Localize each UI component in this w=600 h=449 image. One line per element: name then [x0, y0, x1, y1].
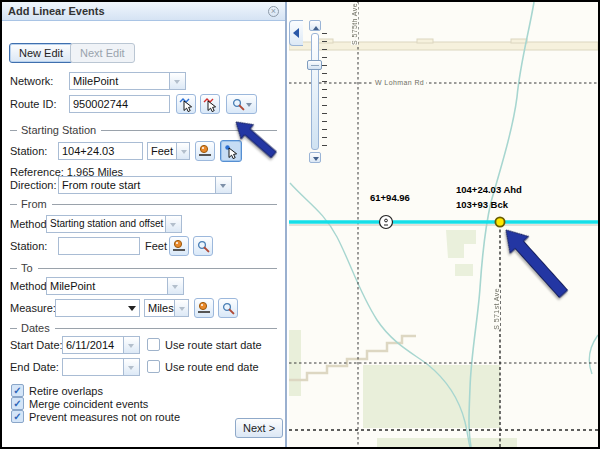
road-label-w-lohman: W Lohman Rd: [373, 79, 426, 86]
road-label-s-575th: S 575th Ave: [351, 3, 358, 45]
measure-hatch-button[interactable]: [194, 298, 214, 318]
to-section: To: [10, 262, 277, 274]
zoom-in-button[interactable]: [309, 20, 321, 31]
measure-caret-icon[interactable]: [128, 306, 136, 315]
zoom-slider: [307, 20, 333, 166]
route-deselect-icon: [203, 97, 218, 112]
use-route-end-date-checkbox[interactable]: ✓: [147, 360, 160, 373]
station-units-caret-icon[interactable]: [176, 142, 190, 160]
clear-route-selection-button[interactable]: [200, 94, 220, 114]
from-station-hatch-button[interactable]: [169, 236, 189, 256]
app-window: Add Linear Events × New Edit Next Edit N…: [0, 0, 600, 449]
map-graphics: [289, 2, 598, 447]
station-select-icon: [224, 144, 239, 159]
highway-road: [289, 42, 598, 50]
add-linear-events-panel: Add Linear Events × New Edit Next Edit N…: [2, 2, 287, 447]
station-units-select[interactable]: Feet: [147, 142, 176, 160]
network-label: Network:: [10, 72, 53, 90]
from-station-label: Station:: [10, 237, 47, 255]
station-gauge-icon: [172, 239, 186, 253]
from-method-label: Method:: [10, 215, 50, 233]
route-id-input[interactable]: 950002744: [69, 95, 170, 113]
river: [589, 335, 598, 374]
route-id-label: Route ID:: [10, 95, 56, 113]
zoom-slider-track[interactable]: [311, 33, 319, 150]
station-gauge-icon: [197, 301, 211, 315]
dates-section: Dates: [10, 322, 277, 334]
search-icon: [197, 240, 210, 253]
zoom-out-button[interactable]: [309, 152, 321, 163]
station-hatch-button[interactable]: [195, 141, 215, 161]
search-icon: [222, 302, 235, 315]
use-route-start-date-label: Use route start date: [165, 336, 262, 354]
station-label: Station:: [10, 142, 47, 160]
field-polygon: [363, 365, 500, 428]
selected-station-point[interactable]: [495, 217, 504, 226]
start-date-caret-icon[interactable]: [124, 336, 140, 354]
measure-units-caret-icon[interactable]: [175, 299, 189, 317]
end-date-input[interactable]: [62, 358, 124, 376]
select-route-on-map-button[interactable]: [176, 94, 196, 114]
chevron-down-icon: [246, 103, 252, 110]
end-date-caret-icon[interactable]: [124, 358, 140, 376]
prevent-measures-label: Prevent measures not on route: [29, 408, 180, 426]
start-date-input[interactable]: 6/11/2014: [62, 336, 124, 354]
merge-coincident-events-checkbox[interactable]: ✓: [11, 397, 24, 410]
network-caret-icon[interactable]: [170, 72, 186, 90]
next-edit-button[interactable]: Next Edit: [70, 43, 135, 63]
direction-label: Direction:: [10, 176, 56, 194]
direction-select[interactable]: From route start: [58, 176, 216, 194]
starting-station-section: Starting Station: [10, 124, 277, 136]
station-ahead-label: 104+24.03 Ahd: [456, 184, 522, 195]
measure-search-button[interactable]: [218, 298, 238, 318]
use-route-end-date-label: Use route end date: [165, 358, 259, 376]
select-station-on-map-button[interactable]: [220, 140, 242, 162]
prevent-measures-checkbox[interactable]: ✓: [11, 410, 24, 423]
map-canvas[interactable]: 61+94.96 104+24.03 Ahd 103+93 Bck W Lohm…: [289, 2, 598, 447]
direction-caret-icon[interactable]: [216, 176, 232, 194]
zoom-slider-handle[interactable]: [307, 60, 322, 70]
start-date-label: Start Date:: [10, 336, 63, 354]
next-button[interactable]: Next >: [235, 418, 283, 438]
search-icon: [232, 98, 245, 111]
retire-overlaps-checkbox[interactable]: ✓: [11, 384, 24, 397]
field-polygon: [446, 230, 476, 258]
panel-header: Add Linear Events ×: [2, 2, 285, 21]
to-method-caret-icon[interactable]: [168, 277, 184, 295]
end-date-label: End Date:: [10, 358, 59, 376]
new-edit-button[interactable]: New Edit: [9, 43, 73, 63]
to-method-select[interactable]: MilePoint: [46, 277, 168, 295]
close-icon[interactable]: ×: [268, 6, 279, 17]
station-back-label: 103+93 Bck: [456, 199, 508, 210]
highway-notch: [417, 39, 433, 43]
panel-collapse-tab[interactable]: [289, 20, 303, 46]
measure-units-select[interactable]: Miles: [144, 299, 175, 317]
station-gauge-icon: [198, 144, 212, 158]
field-polygon: [377, 438, 517, 447]
route-select-icon: [179, 97, 194, 112]
use-route-start-date-checkbox[interactable]: ✓: [147, 338, 160, 351]
to-method-label: Method:: [10, 277, 50, 295]
field-polygon: [455, 264, 473, 276]
measure-label: Measure:: [10, 299, 56, 317]
route-search-menu-button[interactable]: [226, 94, 257, 114]
station-measure-label: 61+94.96: [370, 192, 410, 203]
from-method-caret-icon[interactable]: [166, 215, 182, 233]
from-station-input[interactable]: [58, 237, 140, 255]
station-input[interactable]: 104+24.03: [58, 142, 143, 160]
from-units-label: Feet: [145, 237, 167, 255]
from-method-select[interactable]: Starting station and offset: [46, 215, 166, 233]
zoom-slider-ticks: [322, 33, 327, 151]
from-station-search-button[interactable]: [193, 236, 213, 256]
from-section: From: [10, 198, 277, 210]
road-label-s-571st: S 571st Ave: [493, 288, 500, 330]
network-select[interactable]: MilePoint: [69, 72, 170, 90]
highway-notch: [511, 39, 527, 43]
panel-title: Add Linear Events: [8, 5, 105, 17]
